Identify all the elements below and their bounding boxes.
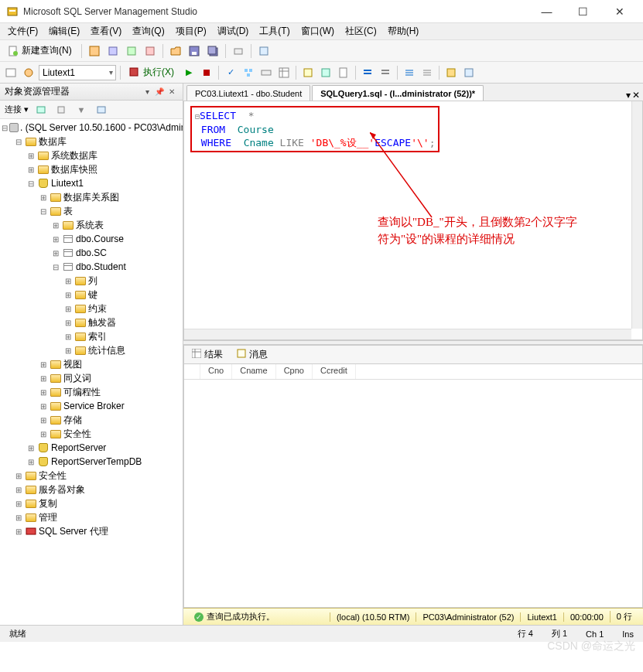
triggers-node[interactable]: 触发器 — [88, 316, 116, 329]
menu-tools[interactable]: 工具(T) — [255, 23, 294, 39]
management-node[interactable]: 管理 — [39, 511, 57, 524]
tb-x2-icon[interactable] — [461, 65, 477, 80]
indexes-node[interactable]: 索引 — [88, 330, 107, 343]
storage-node[interactable]: 存储 — [63, 414, 82, 427]
new-query-button[interactable]: 新建查询(N) — [3, 43, 77, 59]
execute-button[interactable]: 执行(X) — [125, 64, 179, 80]
replication-node[interactable]: 复制 — [39, 497, 57, 510]
systables-node[interactable]: 系统表 — [76, 219, 104, 232]
tab-sqlquery1[interactable]: SQLQuery1.sql - (l...dministrator (52))* — [312, 85, 484, 101]
tab-student[interactable]: PC03.Liutext1 - dbo.Student — [186, 85, 310, 101]
stop-icon[interactable] — [199, 65, 214, 80]
outdent-icon[interactable] — [419, 65, 435, 80]
connect-label[interactable]: 连接 ▾ — [5, 104, 29, 115]
annotation-text: 查询以"DB_"开头，且倒数第2个汉字字 符为"设"的课程的详细情况 — [378, 213, 577, 247]
parse-icon[interactable]: ✓ — [223, 65, 238, 80]
oe-filter-icon[interactable]: ▼ — [74, 102, 89, 118]
indent-icon[interactable] — [402, 65, 417, 80]
reportserver-node[interactable]: ReportServer — [51, 442, 106, 453]
menu-query[interactable]: 查询(Q) — [128, 23, 169, 39]
maximize-button[interactable]: ☐ — [566, 1, 600, 22]
server-node[interactable]: . (SQL Server 10.50.1600 - PC03\Administ — [20, 122, 183, 133]
databases-node[interactable]: 数据库 — [39, 135, 67, 148]
folder-icon — [75, 346, 86, 355]
minimize-button[interactable]: — — [529, 1, 564, 22]
object-explorer-toolbar: 连接 ▾ ▼ — [0, 101, 183, 119]
tb-btn-2[interactable] — [105, 43, 121, 59]
constraints-node[interactable]: 约束 — [88, 302, 107, 316]
debug-icon[interactable]: ▶ — [181, 65, 197, 80]
sc-node[interactable]: dbo.SC — [76, 247, 107, 258]
menu-project[interactable]: 项目(P) — [171, 23, 211, 39]
tables-node[interactable]: 表 — [63, 205, 73, 218]
reportservertemp-node[interactable]: ReportServerTempDB — [51, 456, 142, 467]
tb-x1-icon[interactable] — [443, 65, 459, 80]
uncomment-icon[interactable] — [378, 65, 393, 80]
security-node[interactable]: 安全性 — [39, 469, 67, 483]
col-cpno[interactable]: Cpno — [276, 364, 313, 379]
views-node[interactable]: 视图 — [63, 358, 82, 371]
connect-icon[interactable] — [21, 65, 36, 80]
messages-tab[interactable]: 消息 — [232, 346, 272, 363]
student-node[interactable]: dbo.Student — [76, 261, 126, 272]
database-selector[interactable]: Liutext1 — [39, 65, 116, 80]
menu-file[interactable]: 文件(F) — [3, 23, 43, 39]
columns-node[interactable]: 列 — [88, 275, 97, 288]
menu-help[interactable]: 帮助(H) — [383, 23, 424, 39]
grid-icon[interactable] — [276, 65, 292, 80]
tab-close-icon[interactable]: ✕ — [632, 90, 640, 101]
servicebroker-node[interactable]: Service Broker — [63, 401, 125, 411]
menu-community[interactable]: 社区(C) — [340, 23, 381, 39]
dbsecurity-node[interactable]: 安全性 — [63, 428, 91, 441]
course-node[interactable]: dbo.Course — [76, 234, 124, 244]
menu-debug[interactable]: 调试(D) — [213, 23, 254, 39]
tb-btn-4[interactable] — [142, 43, 158, 59]
tb-props-icon[interactable] — [256, 43, 272, 59]
panel-dropdown-icon[interactable]: ▾ — [141, 86, 153, 98]
oe-search-icon[interactable] — [94, 102, 109, 118]
synonyms-node[interactable]: 同义词 — [63, 372, 91, 385]
col-ccredit[interactable]: Ccredit — [313, 364, 356, 379]
window-title: Microsoft SQL Server Management Studio — [23, 6, 529, 17]
menu-edit[interactable]: 编辑(E) — [44, 23, 84, 39]
save-all-icon[interactable] — [205, 43, 221, 59]
menu-window[interactable]: 窗口(W) — [296, 23, 339, 39]
sqlagent-node[interactable]: SQL Server 代理 — [39, 525, 108, 538]
sql-icon[interactable] — [3, 65, 19, 80]
results-tab[interactable]: 结果 — [187, 346, 227, 363]
col-cno[interactable]: Cno — [200, 364, 232, 379]
tb-btn-3[interactable] — [124, 43, 139, 59]
snapshots-node[interactable]: 数据库快照 — [51, 163, 97, 176]
comment-icon[interactable] — [360, 65, 375, 80]
panel-pin-icon[interactable]: 📌 — [153, 86, 166, 98]
diagrams-node[interactable]: 数据库关系图 — [63, 191, 119, 204]
liutext1-node[interactable]: Liutext1 — [51, 178, 84, 189]
tab-dropdown-icon[interactable]: ▾ — [626, 90, 631, 101]
results-grid-body[interactable] — [184, 380, 642, 607]
object-tree[interactable]: ⊟. (SQL Server 10.50.1600 - PC03\Adminis… — [0, 119, 183, 625]
sql-editor[interactable]: ⊟SELECT * FROM Course WHERE Cname LIKE '… — [183, 101, 643, 340]
open-icon[interactable] — [168, 43, 183, 59]
stats-node[interactable]: 统计信息 — [88, 344, 125, 357]
sysdbs-node[interactable]: 系统数据库 — [51, 149, 97, 162]
col-cname[interactable]: Cname — [232, 364, 275, 379]
results-file-icon[interactable] — [336, 65, 351, 80]
opts-icon[interactable] — [258, 65, 274, 80]
menu-view[interactable]: 查看(V) — [86, 23, 126, 39]
oe-stop-icon[interactable] — [53, 102, 69, 118]
h-scrollbar[interactable] — [184, 329, 631, 339]
results-text-icon[interactable] — [300, 65, 316, 80]
plan-icon[interactable] — [241, 65, 256, 80]
results-grid-icon[interactable] — [318, 65, 333, 80]
save-icon[interactable] — [186, 43, 202, 59]
programmability-node[interactable]: 可编程性 — [63, 386, 101, 399]
keys-node[interactable]: 键 — [88, 288, 97, 302]
close-button[interactable]: ✕ — [602, 1, 637, 22]
tb-activity-icon[interactable] — [231, 43, 246, 59]
oe-refresh-icon[interactable] — [33, 102, 49, 118]
panel-close-icon[interactable]: ✕ — [166, 86, 178, 98]
v-scrollbar[interactable] — [631, 101, 642, 329]
serverobjects-node[interactable]: 服务器对象 — [39, 483, 85, 496]
sql-course: Course — [238, 124, 274, 135]
tb-btn-1[interactable] — [87, 43, 102, 59]
